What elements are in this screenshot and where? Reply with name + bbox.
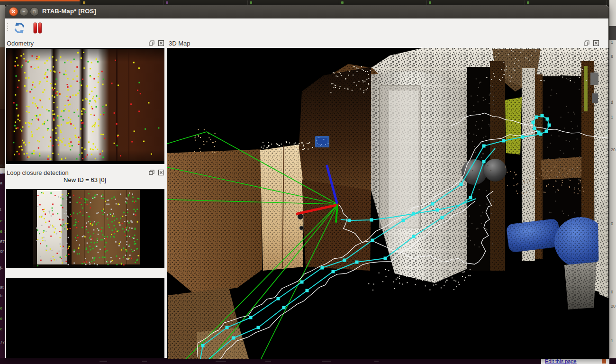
background-text-fragment: f-	[0, 266, 3, 271]
window-title: RTAB-Map* [ROS]	[42, 8, 96, 15]
background-text-fragment: M	[0, 171, 4, 175]
footer-orange-icon	[602, 359, 606, 364]
odometry-camera-frame	[6, 48, 164, 164]
float-icon	[148, 40, 155, 46]
map3d-scene	[167, 48, 609, 359]
edit-this-page-link[interactable]: Edit this page	[545, 358, 577, 364]
toolbar-drag-handle[interactable]	[7, 23, 8, 33]
window-minimize-button[interactable]: −	[19, 7, 28, 16]
window-close-button[interactable]: ✕	[9, 7, 18, 16]
odometry-float-button[interactable]	[148, 40, 155, 46]
background-text-fragment: t	[0, 208, 1, 212]
odometry-image	[6, 48, 164, 164]
map3d-float-button[interactable]	[583, 40, 590, 46]
background-text-fragment: 20	[611, 304, 616, 309]
refresh-icon	[12, 20, 27, 36]
background-webpage-footer: Edit this page	[541, 358, 609, 364]
pause-icon	[30, 20, 45, 36]
loop-closure-panel-title: Loop closure detection	[5, 169, 69, 176]
background-text-fragment: e :	[0, 229, 5, 234]
float-icon	[148, 169, 155, 176]
odometry-panel-header[interactable]: Odometry	[5, 38, 164, 48]
background-text-fragment: a	[0, 181, 2, 185]
background-text-fragment: 1	[611, 40, 613, 45]
background-text-fragment: eu	[0, 164, 5, 168]
close-icon	[158, 169, 164, 176]
window-titlebar[interactable]: ✕ − ◻ RTAB-Map* [ROS]	[5, 5, 608, 19]
loop-closure-status: New ID = 63 [0]	[5, 176, 164, 187]
background-text-fragment: 1	[611, 115, 613, 119]
refresh-button[interactable]	[12, 20, 27, 36]
background-text-fragment: 0	[611, 290, 613, 294]
background-text-fragment: e	[0, 327, 2, 331]
loop-closure-panel-header[interactable]: Loop closure detection	[5, 168, 164, 177]
tab-favicon	[166, 1, 168, 4]
background-terminal-sliver: euMate :e :67orf-atbeee77	[0, 5, 5, 358]
background-text-fragment: or	[0, 249, 4, 254]
background-text-fragment: 1	[611, 339, 613, 343]
maximize-icon: ◻	[33, 9, 36, 14]
main-toolbar	[5, 18, 608, 38]
background-text-fragment: 20	[611, 148, 616, 152]
close-icon: ✕	[11, 9, 15, 14]
background-active-tab[interactable]	[0, 0, 80, 5]
map3d-panel-title: 3D Map	[167, 40, 190, 47]
tab-favicon	[341, 1, 344, 4]
background-text-fragment: e :	[0, 219, 5, 223]
tab-favicon	[250, 1, 252, 4]
dock-area: Odometry	[5, 37, 608, 358]
map3d-viewport[interactable]	[167, 48, 609, 359]
loop-closure-camera-frame	[6, 189, 164, 268]
map3d-close-button[interactable]	[593, 40, 599, 46]
window-maximize-button[interactable]: ◻	[30, 7, 39, 16]
dark-sphere	[484, 159, 507, 182]
pause-button[interactable]	[30, 20, 45, 36]
close-icon	[593, 40, 599, 46]
float-icon	[583, 40, 590, 46]
desktop: { "window": { "title": "RTAB-Map* [ROS]"…	[0, 0, 616, 364]
background-text-fragment: e	[0, 306, 2, 310]
loop-closure-close-button[interactable]	[158, 169, 164, 176]
background-text-fragment: 0	[611, 222, 613, 226]
background-text-fragment: 8	[611, 55, 613, 59]
minimize-icon: −	[23, 9, 26, 14]
background-text-fragment: 77	[0, 340, 5, 345]
loop-closure-float-button[interactable]	[148, 169, 155, 176]
odometry-panel-title: Odometry	[5, 40, 34, 47]
background-text-fragment: at	[0, 285, 4, 290]
loop-closure-image	[6, 189, 164, 268]
background-text-fragment: e	[0, 317, 2, 321]
tab-favicon	[527, 1, 529, 4]
tab-favicon	[429, 1, 431, 4]
rtabmap-window: ✕ − ◻ RTAB-Map* [ROS]	[5, 5, 609, 358]
background-bottom-sliver: Edit this page	[0, 358, 616, 364]
background-webpage-sliver: 18d12000201	[609, 0, 616, 364]
background-browser-tabstrip	[0, 0, 616, 5]
tab-favicon	[83, 1, 85, 4]
background-text-fragment: d	[611, 100, 613, 105]
background-text-fragment: b	[0, 294, 2, 298]
empty-view-panel	[6, 278, 164, 358]
close-icon	[158, 40, 164, 46]
odometry-close-button[interactable]	[158, 40, 164, 46]
map3d-panel-header[interactable]: 3D Map	[167, 38, 606, 48]
background-text-fragment: 67	[0, 240, 5, 244]
